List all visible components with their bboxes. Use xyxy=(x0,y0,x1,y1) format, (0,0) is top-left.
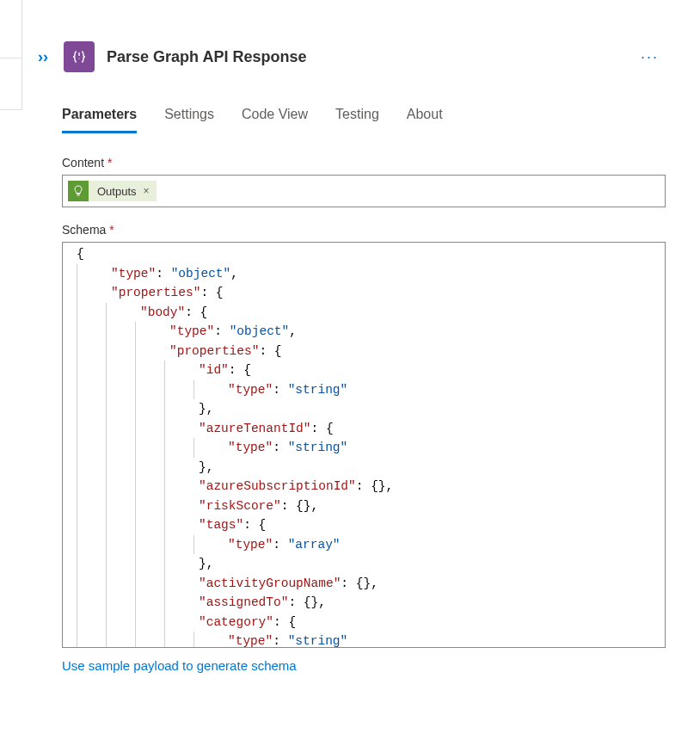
more-button[interactable]: ··· xyxy=(634,45,666,70)
lightbulb-icon xyxy=(68,181,89,201)
content-input[interactable]: Outputs × xyxy=(62,175,666,207)
tab-about[interactable]: About xyxy=(407,107,443,133)
generate-schema-link[interactable]: Use sample payload to generate schema xyxy=(62,658,297,673)
tab-parameters[interactable]: Parameters xyxy=(62,107,137,133)
action-header: ›› Parse Graph API Response ··· xyxy=(22,15,700,72)
schema-label: Schema * xyxy=(62,223,666,237)
content-label: Content * xyxy=(62,156,666,170)
content-token[interactable]: Outputs × xyxy=(68,181,157,201)
tab-settings[interactable]: Settings xyxy=(164,107,214,133)
token-remove-icon[interactable]: × xyxy=(144,185,150,197)
svg-point-1 xyxy=(78,58,79,59)
schema-editor[interactable]: {"type": "object","properties": {"body":… xyxy=(62,242,666,648)
required-marker: * xyxy=(109,223,114,237)
parse-json-icon xyxy=(64,41,95,72)
action-title: Parse Graph API Response xyxy=(107,48,306,66)
left-rail xyxy=(0,0,22,746)
tab-code-view[interactable]: Code View xyxy=(242,107,308,133)
tab-bar: ParametersSettingsCode ViewTestingAbout xyxy=(22,72,700,133)
required-marker: * xyxy=(107,156,112,170)
svg-rect-2 xyxy=(77,194,80,194)
collapse-button[interactable]: ›› xyxy=(34,46,52,68)
tab-testing[interactable]: Testing xyxy=(335,107,379,133)
token-label: Outputs xyxy=(97,185,137,198)
svg-rect-3 xyxy=(77,195,79,196)
